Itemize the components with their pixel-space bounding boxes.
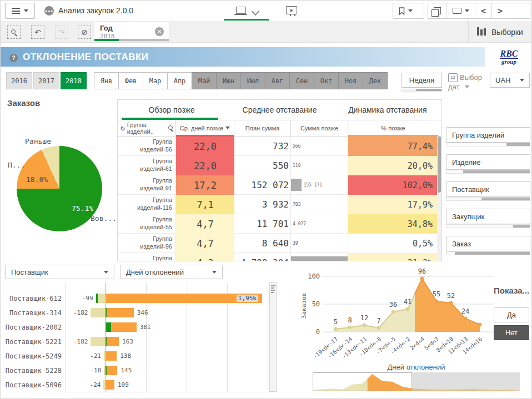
cell-group-name[interactable]: Группаизделий-55: [118, 214, 176, 234]
global-menu-button[interactable]: [5, 3, 35, 19]
filter-scrollbar-thumb[interactable]: [481, 198, 530, 200]
month-button-4[interactable]: Май: [192, 72, 217, 89]
cell-pct-late[interactable]: 21,2%: [348, 253, 438, 261]
deviation-area-chart[interactable]: 050100Заказов58127364196555224-19<d<-17-…: [289, 261, 496, 375]
undo-selection-icon[interactable]: ↶: [31, 26, 44, 39]
month-button-7[interactable]: Авг: [265, 72, 290, 89]
cell-days-late[interactable]: 22,0: [176, 137, 234, 156]
filter-scrollbar-0[interactable]: [446, 143, 530, 147]
year-button-1[interactable]: 2017: [33, 72, 59, 89]
week-filter-button[interactable]: Неделя: [401, 73, 442, 88]
deviation-range-slider[interactable]: [313, 372, 520, 392]
bar-segment-beige[interactable]: [98, 294, 106, 303]
cell-plan-sum[interactable]: 8 640: [234, 234, 291, 253]
cell-late-sum[interactable]: 703: [291, 195, 348, 214]
bookmark-button[interactable]: [393, 3, 424, 19]
search-icon[interactable]: [168, 125, 173, 131]
cell-pct-late[interactable]: 77,4%: [348, 137, 438, 156]
duplicate-sheet-button[interactable]: [428, 3, 446, 18]
column-header-pct[interactable]: % позже: [348, 120, 438, 136]
bar-segment-green[interactable]: [106, 322, 111, 332]
cell-group-name[interactable]: Группаизделий-91: [118, 175, 176, 195]
month-button-1[interactable]: Фев: [118, 72, 143, 89]
filter-listbox-2[interactable]: Поставщик: [446, 181, 530, 197]
month-button-8[interactable]: Сен: [289, 72, 314, 89]
cell-pct-late[interactable]: 0,5%: [348, 234, 438, 253]
presentation-icon[interactable]: [286, 6, 297, 14]
calendar-icon[interactable]: 12: [448, 73, 458, 82]
week-scrollbar[interactable]: [401, 89, 442, 92]
filter-listbox-1[interactable]: Изделие: [446, 154, 530, 170]
cell-plan-sum[interactable]: 550: [234, 156, 291, 175]
cell-late-sum[interactable]: 566: [291, 137, 348, 156]
month-button-6[interactable]: Июл: [240, 72, 265, 89]
filter-scrollbar-1[interactable]: [446, 170, 530, 174]
show-no-button[interactable]: Нет: [494, 325, 529, 340]
cell-plan-sum[interactable]: 152 072: [234, 175, 291, 195]
week-scrollbar-thumb[interactable]: [416, 89, 441, 91]
date-picker-label2[interactable]: дат: [448, 83, 459, 91]
next-sheet-button[interactable]: >: [492, 3, 508, 18]
column-header-plan[interactable]: План сумма: [234, 120, 291, 136]
cell-plan-sum[interactable]: 732: [234, 137, 291, 156]
date-picker-label[interactable]: Выбор: [460, 73, 482, 82]
cell-days-late[interactable]: 17,2: [176, 175, 234, 195]
cell-late-sum[interactable]: [291, 253, 348, 261]
month-button-0[interactable]: Янв: [94, 72, 119, 89]
chevron-down-icon[interactable]: [465, 85, 469, 88]
bar-segment-orange[interactable]: [107, 366, 117, 375]
show-yes-button[interactable]: Да: [494, 307, 529, 322]
filter-scrollbar-thumb[interactable]: [463, 170, 530, 173]
bar-segment-orange[interactable]: [111, 322, 137, 332]
filter-listbox-4[interactable]: Заказ: [446, 236, 530, 251]
supplier-bar-chart[interactable]: -991,95k-182346381-182163-21138-18145-24…: [65, 282, 268, 392]
cell-pct-late[interactable]: 20,0%: [348, 156, 438, 175]
month-button-2[interactable]: Мар: [143, 72, 168, 89]
bar-segment-beige[interactable]: [91, 337, 106, 346]
bar-segment-beige[interactable]: [91, 308, 106, 317]
year-button-2[interactable]: 2018: [61, 72, 87, 89]
close-icon[interactable]: ✕: [155, 27, 164, 36]
year-button-0[interactable]: 2016: [6, 72, 32, 89]
supplier-label[interactable]: Поставщик-612: [1, 295, 62, 302]
column-header-group[interactable]: ↻ Группа изделий..: [118, 120, 176, 136]
cell-plan-sum[interactable]: 3 932: [234, 195, 291, 214]
cell-days-late[interactable]: 4,7: [176, 214, 234, 234]
filter-chip-year[interactable]: Год 2018 ✕: [94, 22, 169, 42]
cell-late-sum[interactable]: 155 171: [291, 175, 348, 195]
tab-1[interactable]: Среднее отставание: [225, 100, 333, 120]
filter-scrollbar-4[interactable]: [446, 251, 530, 255]
tab-0[interactable]: Обзор позже: [118, 100, 225, 120]
currency-dropdown[interactable]: UAH: [490, 73, 530, 88]
table-scrollbar-thumb[interactable]: [438, 137, 441, 193]
cell-group-name[interactable]: Группаизделий-61: [118, 156, 176, 175]
selection-search-icon[interactable]: [7, 26, 21, 39]
cell-pct-late[interactable]: 17,9%: [348, 195, 438, 214]
selections-tool-button[interactable]: Выборки: [491, 28, 523, 37]
orders-pie-chart[interactable]: [17, 146, 102, 231]
filter-listbox-3[interactable]: Закупщик: [446, 209, 530, 224]
clear-selection-icon[interactable]: ⊘: [78, 26, 91, 39]
cell-group-name[interactable]: Группаизделий-56: [118, 137, 176, 156]
sheet-view-icon[interactable]: [236, 7, 246, 14]
filter-scrollbar-2[interactable]: [446, 197, 530, 201]
cell-plan-sum[interactable]: 11 701: [234, 214, 291, 234]
tab-2[interactable]: Динамика отставания: [334, 100, 441, 120]
filter-scrollbar-3[interactable]: [446, 224, 530, 228]
sheet-list-button[interactable]: [447, 3, 475, 18]
chart-scrollbar-minimap[interactable]: [269, 282, 277, 392]
column-header-days[interactable]: Ср. дней позже: [176, 120, 234, 136]
filter-scrollbar-thumb[interactable]: [506, 143, 530, 146]
table-scrollbar[interactable]: [437, 137, 441, 261]
cell-days-late[interactable]: 22,0: [176, 156, 234, 175]
cell-pct-late[interactable]: 34,8%: [348, 214, 438, 234]
cell-days-late[interactable]: 4,7: [176, 234, 234, 253]
cell-group-name[interactable]: Группаизделий-96: [118, 234, 176, 253]
cell-days-late[interactable]: 7,1: [176, 195, 234, 214]
help-icon[interactable]: ?: [9, 54, 18, 62]
month-button-3[interactable]: Апр: [167, 72, 192, 89]
app-info-icon[interactable]: ●●●: [44, 6, 54, 16]
cell-pct-late[interactable]: 102,0%: [348, 175, 438, 195]
selections-grid-icon[interactable]: [477, 27, 486, 36]
redo-selection-icon[interactable]: ↷: [55, 26, 68, 39]
